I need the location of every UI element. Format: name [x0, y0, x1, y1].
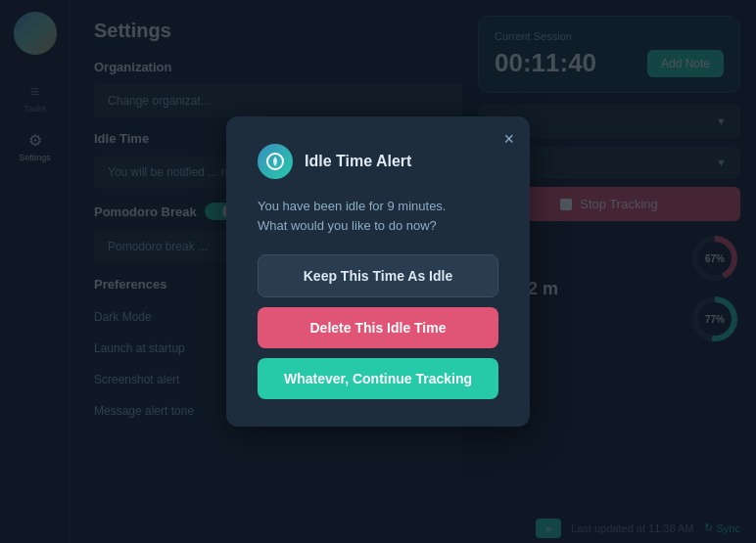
continue-tracking-button[interactable]: Whatever, Continue Tracking — [258, 358, 498, 399]
modal-body-line2: What would you like to do now? — [258, 216, 498, 236]
modal-overlay: Idle Time Alert × You have been idle for… — [0, 0, 756, 543]
modal-body: You have been idle for 9 minutes. What w… — [258, 197, 498, 235]
modal-icon — [258, 144, 293, 179]
idle-time-modal: Idle Time Alert × You have been idle for… — [226, 116, 530, 427]
delete-idle-button[interactable]: Delete This Idle Time — [258, 307, 498, 348]
modal-close-button[interactable]: × — [503, 130, 514, 148]
keep-idle-button[interactable]: Keep This Time As Idle — [258, 254, 498, 297]
modal-title: Idle Time Alert — [305, 153, 411, 170]
modal-body-line1: You have been idle for 9 minutes. — [258, 197, 498, 216]
modal-header: Idle Time Alert — [258, 144, 498, 179]
idle-alert-icon — [265, 152, 285, 171]
